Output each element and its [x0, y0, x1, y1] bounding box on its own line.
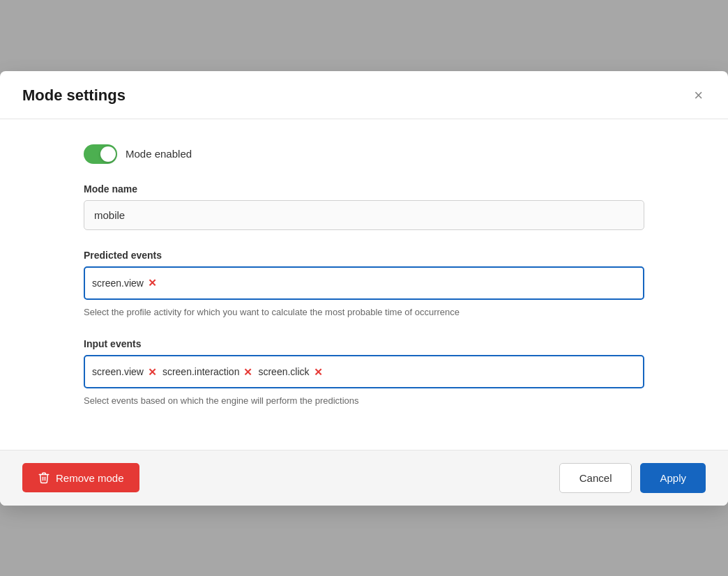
trash-icon — [38, 471, 50, 484]
input-tag-1: screen.interaction ✕ — [162, 366, 253, 377]
input-events-group: Input events screen.view ✕ screen.intera… — [84, 338, 644, 408]
close-button[interactable]: × — [691, 85, 706, 106]
input-events-input-box[interactable]: screen.view ✕ screen.interaction ✕ scree… — [84, 355, 644, 388]
mode-name-input[interactable] — [84, 200, 644, 230]
mode-enabled-toggle[interactable] — [84, 144, 117, 164]
remove-mode-button[interactable]: Remove mode — [22, 463, 139, 492]
input-tag-remove-0[interactable]: ✕ — [148, 367, 157, 377]
modal-overlay: Mode settings × Mode enabled Mode name — [0, 0, 728, 576]
modal-footer: Remove mode Cancel Apply — [0, 450, 728, 506]
footer-right-actions: Cancel Apply — [559, 463, 706, 493]
toggle-thumb — [100, 146, 116, 162]
mode-name-label: Mode name — [84, 183, 644, 195]
input-events-hint: Select events based on which the engine … — [84, 394, 644, 408]
mode-enabled-row: Mode enabled — [84, 144, 644, 164]
input-tag-text-1: screen.interaction — [162, 366, 240, 377]
predicted-events-label: Predicted events — [84, 250, 644, 261]
predicted-tag-remove-0[interactable]: ✕ — [148, 278, 157, 288]
input-tag-0: screen.view ✕ — [92, 366, 157, 377]
mode-enabled-label: Mode enabled — [126, 148, 192, 160]
predicted-events-input-box[interactable]: screen.view ✕ — [84, 266, 644, 300]
cancel-button[interactable]: Cancel — [559, 463, 632, 493]
input-tag-remove-1[interactable]: ✕ — [243, 367, 252, 377]
predicted-tag-0: screen.view ✕ — [92, 278, 157, 289]
input-events-label: Input events — [84, 338, 644, 349]
predicted-events-hint: Select the profile activity for which yo… — [84, 305, 644, 319]
modal-dialog: Mode settings × Mode enabled Mode name — [0, 71, 728, 506]
input-tag-remove-2[interactable]: ✕ — [314, 367, 323, 377]
apply-button[interactable]: Apply — [640, 463, 706, 493]
input-tag-text-2: screen.click — [258, 366, 309, 377]
modal-header: Mode settings × — [0, 71, 728, 119]
predicted-events-group: Predicted events screen.view ✕ Select th… — [84, 250, 644, 319]
modal-body: Mode enabled Mode name Predicted events … — [0, 119, 728, 450]
input-tag-text-0: screen.view — [92, 366, 144, 377]
remove-mode-label: Remove mode — [56, 472, 124, 484]
mode-name-group: Mode name — [84, 183, 644, 230]
input-tag-2: screen.click ✕ — [258, 366, 322, 377]
predicted-tag-text-0: screen.view — [92, 278, 144, 289]
modal-title: Mode settings — [22, 86, 126, 105]
